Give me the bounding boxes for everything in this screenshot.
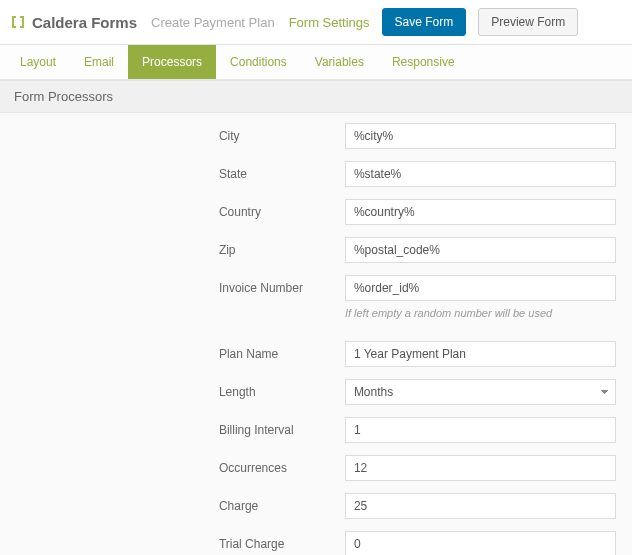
tab-layout[interactable]: Layout [6, 45, 70, 79]
tab-conditions[interactable]: Conditions [216, 45, 301, 79]
label-invoice: Invoice Number [215, 281, 345, 295]
save-button[interactable]: Save Form [382, 8, 467, 36]
row-city: City [215, 123, 616, 149]
invoice-hint: If left empty a random number will be us… [345, 307, 616, 319]
country-input[interactable] [345, 199, 616, 225]
length-select[interactable]: Months [345, 379, 616, 405]
charge-input[interactable] [345, 493, 616, 519]
top-bar: Caldera Forms Create Payment Plan Form S… [0, 0, 632, 45]
label-occurrences: Occurrences [215, 461, 345, 475]
label-plan-name: Plan Name [215, 347, 345, 361]
tab-responsive[interactable]: Responsive [378, 45, 469, 79]
breadcrumb-create[interactable]: Create Payment Plan [151, 15, 275, 30]
tab-email[interactable]: Email [70, 45, 128, 79]
form-panel: City State Country Zip Invoice Number If… [215, 113, 632, 555]
row-occurrences: Occurrences [215, 455, 616, 481]
tab-processors[interactable]: Processors [128, 45, 216, 79]
row-invoice-hint: If left empty a random number will be us… [215, 305, 616, 329]
brand-text: Caldera Forms [32, 14, 137, 31]
sidebar-left [0, 113, 215, 555]
label-country: Country [215, 205, 345, 219]
row-trial-charge: Trial Charge [215, 531, 616, 555]
row-length: Length Months [215, 379, 616, 405]
invoice-input[interactable] [345, 275, 616, 301]
tab-variables[interactable]: Variables [301, 45, 378, 79]
row-state: State [215, 161, 616, 187]
breadcrumb-settings[interactable]: Form Settings [289, 15, 370, 30]
state-input[interactable] [345, 161, 616, 187]
label-billing-interval: Billing Interval [215, 423, 345, 437]
billing-interval-input[interactable] [345, 417, 616, 443]
caldera-icon [10, 14, 26, 30]
city-input[interactable] [345, 123, 616, 149]
row-billing-interval: Billing Interval [215, 417, 616, 443]
row-country: Country [215, 199, 616, 225]
preview-button[interactable]: Preview Form [478, 8, 578, 36]
section-title: Form Processors [0, 80, 632, 113]
label-state: State [215, 167, 345, 181]
occurrences-input[interactable] [345, 455, 616, 481]
row-plan-name: Plan Name [215, 341, 616, 367]
zip-input[interactable] [345, 237, 616, 263]
label-city: City [215, 129, 345, 143]
label-length: Length [215, 385, 345, 399]
brand: Caldera Forms [10, 14, 137, 31]
row-invoice: Invoice Number [215, 275, 616, 301]
content: City State Country Zip Invoice Number If… [0, 113, 632, 555]
trial-charge-input[interactable] [345, 531, 616, 555]
row-charge: Charge [215, 493, 616, 519]
row-zip: Zip [215, 237, 616, 263]
label-charge: Charge [215, 499, 345, 513]
plan-name-input[interactable] [345, 341, 616, 367]
label-trial-charge: Trial Charge [215, 537, 345, 551]
label-zip: Zip [215, 243, 345, 257]
tabs: Layout Email Processors Conditions Varia… [0, 45, 632, 80]
